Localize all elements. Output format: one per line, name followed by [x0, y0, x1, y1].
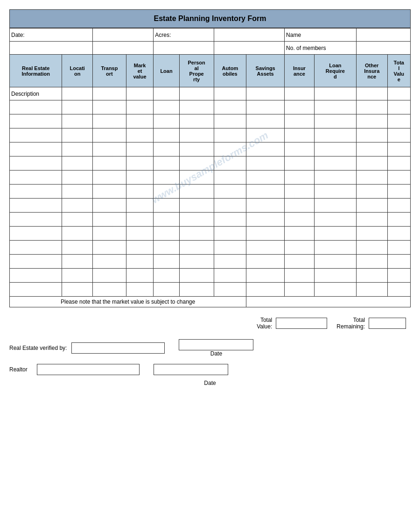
empty-cell-3: [154, 42, 214, 55]
realtor-label: Realtor: [9, 366, 28, 373]
realtor-input[interactable]: [37, 364, 140, 375]
desc-col9: [285, 87, 315, 100]
date-group-verified: Date: [179, 339, 253, 357]
table-row: [10, 213, 411, 227]
table-row: [10, 156, 411, 171]
no-of-members-value[interactable]: [356, 42, 410, 55]
col-header-insurance: Insurance: [285, 55, 315, 87]
description-label: Description: [10, 87, 62, 100]
real-estate-date-input[interactable]: [179, 339, 253, 350]
desc-col12: [387, 87, 410, 100]
total-remaining-input[interactable]: [369, 318, 406, 329]
desc-col2: [62, 87, 93, 100]
col-header-personal-property: PersonalProperty: [179, 55, 214, 87]
table-row: [10, 185, 411, 199]
desc-col5: [154, 87, 179, 100]
notice-empty: [246, 297, 411, 307]
table-row: [10, 255, 411, 269]
total-row: TotalValue: TotalRemaining:: [9, 317, 411, 330]
total-value-input[interactable]: [276, 318, 327, 329]
col-header-other-insurance: OtherInsurance: [356, 55, 387, 87]
table-row: [10, 283, 411, 297]
desc-col8: [246, 87, 285, 100]
table-row: [10, 114, 411, 128]
table-row: [10, 227, 411, 241]
col-header-real-estate: Real EstateInformation: [10, 55, 62, 87]
col-header-loan-required: LoanRequired: [314, 55, 356, 87]
table-row: [10, 100, 411, 114]
table-row: [10, 142, 411, 156]
table-row: [10, 269, 411, 283]
total-value-label: TotalValue:: [257, 317, 272, 330]
notice-text: Please note that the market value is sub…: [10, 297, 246, 307]
table-row: [10, 199, 411, 213]
bottom-date-label: Date: [9, 380, 411, 386]
form-title: Estate Planning Inventory Form: [9, 9, 411, 28]
date-value-cell[interactable]: [93, 28, 154, 42]
total-value-group: TotalValue:: [257, 317, 327, 330]
table-row: [10, 241, 411, 255]
empty-cell-4: [214, 42, 285, 55]
top-info-row-2: No. of members: [10, 42, 411, 55]
col-header-automobiles: Automobiles: [214, 55, 246, 87]
date-label-verified: Date: [210, 350, 222, 357]
bottom-section: TotalValue: TotalRemaining: Real Estate …: [9, 317, 411, 386]
desc-col4: [126, 87, 154, 100]
realtor-row: Realtor: [9, 364, 411, 375]
acres-label-cell: Acres:: [154, 28, 214, 42]
description-row: Description: [10, 87, 411, 100]
col-header-location: Location: [62, 55, 93, 87]
table-row: [10, 171, 411, 185]
top-info-row-1: Date: Acres: Name: [10, 28, 411, 42]
empty-cell-2: [93, 42, 154, 55]
acres-value-cell[interactable]: [214, 28, 285, 42]
desc-col7: [214, 87, 246, 100]
name-label-cell: Name: [285, 28, 357, 42]
main-table: Date: Acres: Name No. of members Real Es…: [9, 28, 411, 307]
empty-cell-1: [10, 42, 93, 55]
realtor-date-input[interactable]: [154, 364, 228, 375]
total-remaining-group: TotalRemaining:: [336, 317, 406, 330]
name-value-cell[interactable]: [356, 28, 410, 42]
col-header-total-value: TotalValue: [387, 55, 410, 87]
real-estate-verified-input[interactable]: [71, 342, 165, 354]
desc-col11: [356, 87, 387, 100]
desc-col3: [93, 87, 126, 100]
desc-col6: [179, 87, 214, 100]
form-container: Estate Planning Inventory Form www.buysa…: [9, 9, 411, 386]
signature-section: Real Estate verified by: Date Realtor Da…: [9, 339, 411, 386]
desc-col10: [314, 87, 356, 100]
col-header-savings-assets: SavingsAssets: [246, 55, 285, 87]
real-estate-verified-label: Real Estate verified by:: [9, 345, 67, 351]
notice-row: Please note that the market value is sub…: [10, 297, 411, 307]
date-label-cell: Date:: [10, 28, 93, 42]
main-table-wrapper: www.buysampleforms.com Date: Acres: Name…: [9, 28, 411, 307]
column-header-row: Real EstateInformation Location Transpor…: [10, 55, 411, 87]
col-header-market-value: Marketvalue: [126, 55, 154, 87]
real-estate-verified-row: Real Estate verified by: Date: [9, 339, 411, 357]
table-row: [10, 128, 411, 142]
no-of-members-label: No. of members: [285, 42, 357, 55]
total-remaining-label: TotalRemaining:: [336, 317, 365, 330]
col-header-loan: Loan: [154, 55, 179, 87]
col-header-transport: Transport: [93, 55, 126, 87]
